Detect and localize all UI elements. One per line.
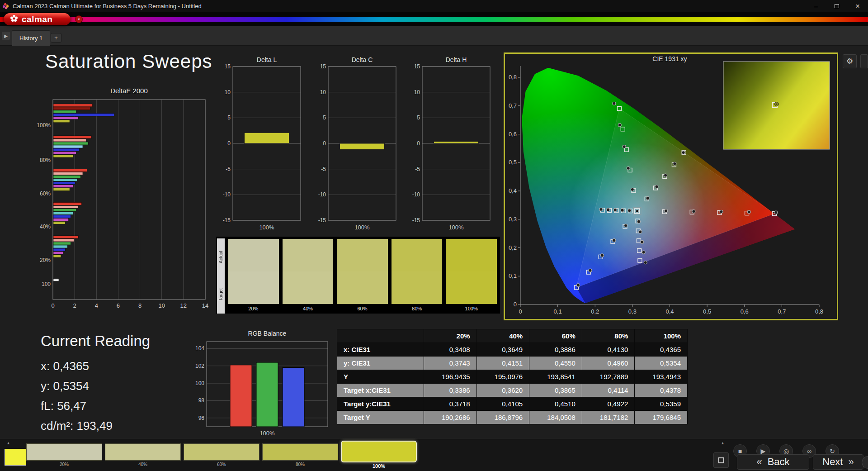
saturation-swatch-80%[interactable]: 80%	[262, 441, 338, 468]
measured-marker	[720, 210, 723, 213]
deltae-bar	[53, 155, 73, 157]
table-cell: 190,2686	[424, 411, 477, 424]
svg-text:RGB Balance: RGB Balance	[248, 330, 287, 337]
measured-marker	[613, 209, 617, 212]
svg-text:10: 10	[414, 89, 420, 95]
svg-text:Delta H: Delta H	[446, 56, 467, 63]
reading-fl: fL: 56,47	[41, 396, 150, 416]
measured-marker	[599, 208, 603, 211]
svg-text:Delta L: Delta L	[257, 56, 277, 63]
cie-1931-panel: CIE 1931 xy000,10,10,20,20,30,30,40,40,5…	[504, 52, 838, 320]
expand-arrow-icon[interactable]: ▴	[722, 440, 724, 445]
table-row-label: Target Y	[337, 411, 424, 424]
swatch-row-labels: Actual Target	[217, 238, 225, 314]
svg-text:-15: -15	[318, 217, 326, 224]
table-row-label: Target y:CIE31	[337, 397, 424, 411]
target-swatch	[228, 271, 279, 304]
calman-logo-button[interactable]: calman	[4, 13, 71, 25]
deltae-bar	[53, 120, 70, 123]
table-row: Target y:CIE310,37180,41050,45100,49220,…	[337, 397, 688, 411]
calman-logo-text: calman	[22, 14, 52, 24]
table-row: x: CIE310,34080,36490,38860,41300,4365	[337, 343, 688, 357]
svg-text:0: 0	[514, 301, 517, 308]
tab-scroll-arrow-icon[interactable]: ▶	[2, 32, 10, 40]
calman-menu-dropdown[interactable]: ▾	[75, 15, 83, 23]
brand-bar: calman ▾	[0, 12, 868, 26]
saturation-swatch-60%[interactable]: 60%	[184, 441, 259, 468]
next-button[interactable]: Next »	[813, 454, 863, 470]
table-cell: 196,9435	[424, 370, 477, 384]
svg-text:100%: 100%	[448, 224, 464, 231]
pattern-color-swatch[interactable]	[5, 449, 26, 466]
add-tab-button[interactable]: +	[51, 33, 61, 43]
deltae-bar	[53, 236, 78, 238]
target-swatch	[392, 271, 443, 304]
deltae-chart: DeltaE 200002468101214100%80%60%40%20%10…	[36, 87, 217, 315]
table-cell: 0,4550	[529, 357, 582, 370]
saturation-swatch-100%[interactable]: 100%	[341, 441, 417, 470]
deltae-bar	[53, 248, 65, 251]
deltae-bar	[53, 218, 69, 221]
table-cell: 193,4943	[635, 370, 688, 384]
table-cell: 184,0508	[529, 411, 582, 424]
measured-marker	[673, 162, 676, 165]
actual-swatch	[337, 239, 388, 271]
saturation-swatch-20%[interactable]: 20%	[26, 441, 102, 468]
expand-arrow-icon[interactable]: ▴	[7, 440, 9, 445]
table-row-label: Y	[337, 370, 424, 384]
table-cell: 195,0976	[476, 370, 529, 384]
svg-text:0,4: 0,4	[509, 187, 517, 194]
swatch-column-40%: 40%	[282, 238, 334, 314]
svg-text:0: 0	[227, 140, 231, 147]
measured-marker	[682, 151, 685, 154]
measured-marker	[577, 284, 580, 287]
svg-text:0,3: 0,3	[509, 216, 517, 223]
deltae-bar	[53, 245, 67, 248]
swatch-column-100%: 100%	[445, 238, 497, 314]
table-cell: 0,4114	[582, 384, 635, 397]
measured-marker	[774, 211, 778, 214]
svg-text:15: 15	[225, 63, 231, 70]
measured-marker	[637, 220, 640, 223]
next-chevron-icon: »	[849, 456, 854, 468]
svg-text:0,2: 0,2	[591, 308, 599, 315]
svg-text:98: 98	[198, 397, 205, 404]
measured-marker	[639, 230, 642, 233]
measured-marker	[641, 240, 644, 243]
maximize-button[interactable]	[826, 0, 847, 12]
deltae-bar	[53, 255, 61, 257]
measured-marker	[628, 209, 631, 212]
toolbar-overflow-button[interactable]	[860, 54, 868, 68]
svg-text:104: 104	[195, 345, 204, 352]
close-button[interactable]: ×	[847, 0, 868, 12]
saturation-swatch-40%[interactable]: 40%	[105, 441, 181, 468]
svg-text:8: 8	[138, 302, 142, 309]
svg-text:15: 15	[414, 63, 420, 70]
pattern-window-icon	[718, 457, 724, 463]
table-row-label: x: CIE31	[337, 343, 424, 357]
measured-marker	[692, 210, 695, 213]
gear-icon[interactable]: ⚙	[843, 54, 857, 68]
deltae-bar	[53, 221, 65, 224]
svg-text:100: 100	[42, 281, 51, 287]
calman-flower-icon	[10, 14, 18, 24]
rgb-balance-chart: RGB Balance9698100102104100%	[192, 329, 332, 440]
rainbow-strip	[0, 17, 868, 22]
svg-text:4: 4	[95, 302, 98, 309]
swatch-fill	[26, 443, 102, 461]
target-label: Target	[217, 276, 225, 314]
tab-history-1[interactable]: History 1	[12, 30, 50, 46]
swatch-column-80%: 80%	[391, 238, 443, 314]
table-cell: 0,4130	[582, 343, 635, 357]
measured-marker	[623, 145, 626, 148]
svg-text:-5: -5	[321, 166, 326, 172]
pattern-window-button[interactable]	[713, 452, 729, 468]
svg-text:2: 2	[73, 302, 76, 309]
actual-swatch	[283, 239, 334, 271]
minimize-button[interactable]: –	[806, 0, 826, 12]
table-cell: 0,3886	[529, 343, 582, 357]
deltae-bar	[53, 148, 80, 151]
table-row-label: Target x:CIE31	[337, 384, 424, 397]
deltae-bar	[53, 136, 91, 138]
back-button[interactable]: « Back	[737, 454, 809, 470]
